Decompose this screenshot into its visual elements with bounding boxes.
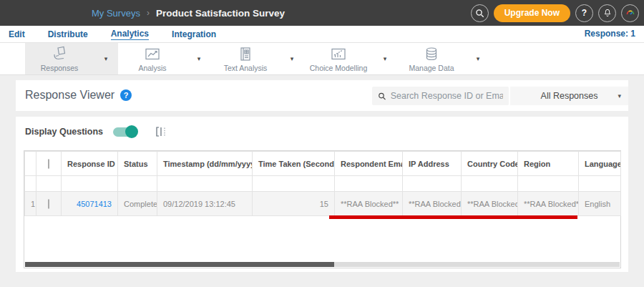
toolbar-item-responses[interactable]: Responses ▾ <box>25 43 118 74</box>
response-id-link[interactable]: 45071413 <box>77 200 112 208</box>
viewer-help-icon[interactable]: ? <box>120 89 132 101</box>
search-input-icon <box>378 92 386 101</box>
notifications-bell-icon[interactable] <box>598 4 616 22</box>
toolbar-label: Responses <box>41 64 79 72</box>
display-questions-toggle[interactable] <box>113 127 137 137</box>
response-id-cell: 45071413 <box>62 192 118 216</box>
toolbar-label: Text Analysis <box>224 64 268 72</box>
search-response-input[interactable] <box>391 91 503 101</box>
header-respondent-email: Respondent Email <box>335 152 403 176</box>
header-row: Response ID▼ Status Timestamp (dd/mm/yyy… <box>25 152 621 176</box>
time-taken-cell: 15 <box>253 192 335 216</box>
toolbar-label: Analysis <box>138 64 166 72</box>
country-code-cell: **RAA Blocked** <box>462 192 518 216</box>
toolbar-label: Choice Modelling <box>310 64 368 72</box>
upgrade-now-button[interactable]: Upgrade Now <box>494 4 570 22</box>
breadcrumb-separator-icon: › <box>147 8 150 18</box>
text-analysis-dropdown-caret[interactable]: ▾ <box>280 43 304 74</box>
header-region: Region <box>518 152 579 176</box>
analytics-toolbar: Responses ▾ Analysis ▾ Text An <box>0 43 644 75</box>
display-questions-label: Display Questions <box>25 127 103 137</box>
choice-modelling-dropdown-caret[interactable]: ▾ <box>373 43 397 74</box>
bar-chart-icon <box>330 46 347 63</box>
row-number-cell: 1 <box>25 192 36 216</box>
select-all-checkbox[interactable] <box>48 159 49 169</box>
language-cell: English <box>579 192 621 216</box>
header-response-id[interactable]: Response ID▼ <box>62 152 118 176</box>
avatar-gauge-icon[interactable] <box>621 4 639 22</box>
database-icon <box>423 46 440 63</box>
line-chart-icon <box>144 46 161 63</box>
header-status: Status <box>118 152 157 176</box>
hand-document-icon <box>51 46 68 63</box>
toolbar-item-text-analysis[interactable]: Text Analysis ▾ <box>211 43 304 74</box>
responses-table: Response ID▼ Status Timestamp (dd/mm/yyy… <box>24 151 621 216</box>
toolbar-label: Manage Data <box>409 64 454 72</box>
row-checkbox[interactable] <box>48 199 49 209</box>
filter-row <box>25 176 621 192</box>
red-annotation-underline <box>329 215 577 219</box>
toolbar-item-manage-data[interactable]: Manage Data ▾ <box>397 43 490 74</box>
breadcrumb-my-surveys[interactable]: My Surveys <box>92 8 140 19</box>
toolbar-item-analysis[interactable]: Analysis ▾ <box>118 43 211 74</box>
search-icon[interactable] <box>471 4 489 22</box>
header-timestamp[interactable]: Timestamp (dd/mm/yyyy)⇅ <box>157 152 253 176</box>
breadcrumb: My Surveys › Product Satisfaction Survey <box>92 0 285 26</box>
responses-filter-dropdown[interactable]: All Responses ▾ <box>510 87 628 105</box>
help-icon[interactable]: ? <box>575 4 593 22</box>
responses-grid: Response ID▼ Status Timestamp (dd/mm/yyy… <box>24 150 621 268</box>
page-title: Response Viewer <box>25 89 114 102</box>
horizontal-scrollbar-thumb[interactable] <box>25 262 334 267</box>
response-search <box>372 87 509 105</box>
analysis-dropdown-caret[interactable]: ▾ <box>187 43 211 74</box>
header-time-taken[interactable]: Time Taken (Seconds)⇅ <box>253 152 335 176</box>
column-settings-icon[interactable] <box>155 126 167 137</box>
ip-address-cell: **RAA Blocked** <box>403 192 462 216</box>
table-row: 1 45071413 Completed 09/12/2019 13:12:45… <box>25 192 621 216</box>
chevron-down-icon: ▾ <box>618 92 621 99</box>
document-grid-icon <box>237 46 254 63</box>
toolbar-item-choice-modelling[interactable]: Choice Modelling ▾ <box>304 43 397 74</box>
responses-filter-value: All Responses <box>541 91 598 101</box>
responses-dropdown-caret[interactable]: ▾ <box>94 43 118 74</box>
row-select-cell <box>36 192 62 216</box>
breadcrumb-current-survey: Product Satisfaction Survey <box>156 8 285 19</box>
nav-item-distribute[interactable]: Distribute <box>48 29 88 39</box>
header-ip-address: IP Address <box>403 152 462 176</box>
nav-item-analytics[interactable]: Analytics <box>111 29 149 40</box>
response-viewer-header-panel: Response Viewer ? All Responses ▾ <box>16 80 628 111</box>
nav-item-integration[interactable]: Integration <box>172 29 216 39</box>
region-cell: **RAA Blocked** <box>518 192 579 216</box>
timestamp-cell: 09/12/2019 13:12:45 <box>157 192 253 216</box>
manage-data-dropdown-caret[interactable]: ▾ <box>466 43 490 74</box>
header-country-code: Country Code <box>462 152 518 176</box>
response-grid-panel: Display Questions Response ID▼ St <box>16 117 628 272</box>
header-language: Language <box>579 152 621 176</box>
row-number-header <box>25 152 36 176</box>
horizontal-scrollbar[interactable] <box>25 262 620 267</box>
respondent-email-cell: **RAA Blocked** <box>335 192 403 216</box>
status-cell: Completed <box>118 192 157 216</box>
response-count: Response: 1 <box>585 26 635 42</box>
magnifier-glyph <box>475 9 484 18</box>
select-all-header <box>36 152 62 176</box>
top-bar: My Surveys › Product Satisfaction Survey… <box>0 0 644 26</box>
survey-nav: Edit Distribute Analytics Integration Re… <box>0 26 644 43</box>
nav-item-edit[interactable]: Edit <box>9 29 25 39</box>
